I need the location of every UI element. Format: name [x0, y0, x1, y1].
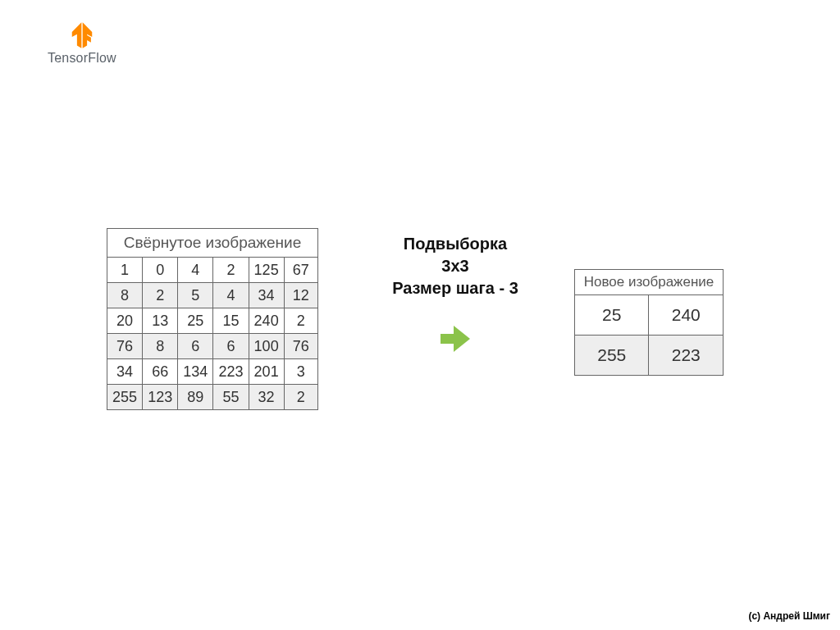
svg-marker-1: [83, 22, 93, 48]
svg-rect-2: [441, 334, 454, 344]
table-row: 34 66 134 223 201 3: [107, 359, 318, 385]
operation-line-1: Подвыборка: [361, 233, 550, 255]
convolved-image-table: Свёрнутое изображение 1 0 4 2 125 67 8 2…: [107, 228, 318, 410]
tensorflow-wordmark: TensorFlow: [48, 51, 116, 66]
convolved-image-title: Свёрнутое изображение: [107, 229, 318, 258]
output-image-title: Новое изображение: [575, 270, 724, 295]
operation-line-2: 3x3: [361, 255, 550, 277]
operation-line-3: Размер шага - 3: [361, 277, 550, 299]
tensorflow-icon: [68, 21, 96, 49]
table-row: 8 2 5 4 34 12: [107, 283, 318, 308]
author-credit: (с) Андрей Шмиг: [748, 610, 830, 622]
table-row: 25 240: [575, 295, 724, 336]
table-row: 20 13 25 15 240 2: [107, 308, 318, 334]
svg-marker-0: [72, 22, 82, 48]
operation-description: Подвыборка 3x3 Размер шага - 3: [361, 233, 550, 358]
arrow-right-icon: [437, 322, 473, 358]
svg-marker-3: [454, 326, 470, 352]
table-row: 255 223: [575, 336, 724, 376]
output-image-table: Новое изображение 25 240 255 223: [574, 269, 724, 376]
tensorflow-logo: TensorFlow: [48, 21, 116, 66]
table-row: 1 0 4 2 125 67: [107, 258, 318, 283]
table-row: 76 8 6 6 100 76: [107, 334, 318, 359]
table-row: 255 123 89 55 32 2: [107, 385, 318, 410]
